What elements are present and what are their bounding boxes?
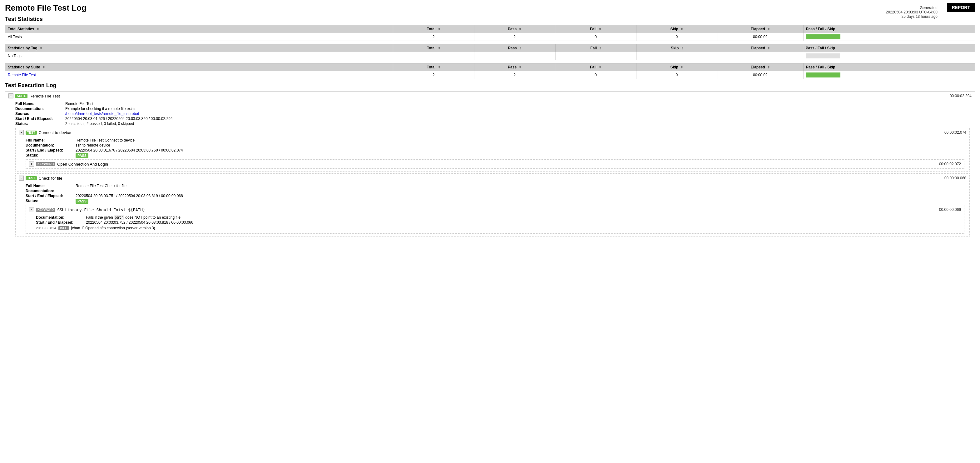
generated-ago: 25 days 13 hours ago xyxy=(886,14,937,19)
info-value: Remote File Test.Check for file xyxy=(76,184,126,188)
info-label: Source: xyxy=(15,111,65,116)
tag-stats-col-fail[interactable]: Fail ⇕ xyxy=(555,45,636,52)
tag-stats-col-name[interactable]: Statistics by Tag ⇕ xyxy=(5,45,393,52)
suite-header[interactable]: -SUITERemote File Test00:00:02.294 xyxy=(5,92,975,100)
info-label: Documentation: xyxy=(25,189,76,193)
stat-row-name: All Tests xyxy=(5,33,393,41)
stat-row-bar xyxy=(803,71,975,79)
total-stats-col-elapsed[interactable]: Elapsed ⇕ xyxy=(718,25,803,33)
stat-row-name[interactable]: Remote File Test xyxy=(5,71,393,79)
keyword-name: Open Connection And Login xyxy=(57,162,108,167)
stat-row-skip xyxy=(636,52,718,60)
info-value: 2 tests total, 2 passed, 0 failed, 0 ski… xyxy=(65,121,134,126)
info-label: Status: xyxy=(15,121,65,126)
suite-stats-col-name[interactable]: Statistics by Suite ⇕ xyxy=(5,64,393,71)
sort-icon[interactable]: ⇕ xyxy=(43,65,45,69)
test-name: Check for file xyxy=(39,176,62,181)
info-label: Full Name: xyxy=(15,102,65,106)
toggle-button[interactable]: - xyxy=(19,130,24,135)
suite-stats-col-pass[interactable]: Pass ⇕ xyxy=(474,64,555,71)
status-value: PASS xyxy=(76,199,90,204)
suite-stats-col-elapsed[interactable]: Elapsed ⇕ xyxy=(718,64,803,71)
info-label: Start / End / Elapsed: xyxy=(25,194,76,198)
suite-badge: SUITE xyxy=(15,94,27,98)
stat-row-fail xyxy=(555,52,636,60)
status-label: Status: xyxy=(25,153,76,158)
keyword-header[interactable]: +KEYWORDOpen Connection And Login00:00:0… xyxy=(26,160,964,169)
total-stats-col-pass[interactable]: Pass ⇕ xyxy=(474,25,555,33)
toggle-button[interactable]: - xyxy=(8,94,13,99)
info-label: Documentation: xyxy=(15,107,65,111)
header-meta: Generated 20220504 20:03:03 UTC-04:00 25… xyxy=(886,6,937,19)
test-block: -TESTCheck for file00:00:00.068Full Name… xyxy=(15,173,970,237)
stat-row-pass: 2 xyxy=(474,71,555,79)
sort-icon[interactable]: ⇕ xyxy=(37,27,39,31)
test-badge: TEST xyxy=(25,130,37,135)
suite-stats-col-bar: Pass / Fail / Skip xyxy=(803,64,975,71)
info-row: Documentation:ssh to remote device xyxy=(25,143,964,148)
pass-badge: PASS xyxy=(76,199,88,204)
tag-stats-col-elapsed[interactable]: Elapsed ⇕ xyxy=(718,45,803,52)
test-header[interactable]: -TESTConnect to device00:00:02.074 xyxy=(16,128,969,137)
suite-stats-col-total[interactable]: Total ⇕ xyxy=(393,64,474,71)
keyword-name: SSHLibrary.File Should Exist ${PATH} xyxy=(57,207,145,212)
test-header[interactable]: -TESTCheck for file00:00:00.068 xyxy=(16,174,969,183)
tag-stats-col-skip[interactable]: Skip ⇕ xyxy=(636,45,718,52)
total-stats-col-skip[interactable]: Skip ⇕ xyxy=(636,25,718,33)
total-stats-col-fail[interactable]: Fail ⇕ xyxy=(555,25,636,33)
info-label: Start / End / Elapsed: xyxy=(36,220,86,224)
info-row: Status:2 tests total, 2 passed, 0 failed… xyxy=(15,121,970,126)
info-row: Source:/home/dre/robot_tests/remote_file… xyxy=(15,111,970,116)
stat-row-bar xyxy=(803,33,975,41)
keyword-elapsed: 00:00:00.066 xyxy=(939,207,961,212)
info-row: Start / End / Elapsed:20220504 20:03:01.… xyxy=(15,116,970,121)
status-row: Status:PASS xyxy=(25,199,964,204)
toggle-button[interactable]: - xyxy=(29,207,34,212)
stat-row-elapsed: 00:00:02 xyxy=(718,33,803,41)
info-row: Start / End / Elapsed:20220504 20:03:03.… xyxy=(36,220,959,224)
keyword-header[interactable]: -KEYWORDSSHLibrary.File Should Exist ${P… xyxy=(26,205,964,214)
toggle-button[interactable]: - xyxy=(19,176,24,181)
stat-row-name: No Tags xyxy=(5,52,393,60)
total-stats-col-name[interactable]: Total Statistics ⇕ xyxy=(5,25,393,33)
status-row: Status:PASS xyxy=(25,153,964,158)
info-value: 20220504 20:03:01.676 / 20220504 20:03:0… xyxy=(76,148,183,153)
log-level: INFO xyxy=(59,226,69,230)
stat-row-elapsed xyxy=(718,52,803,60)
test-statistics-heading: Test Statistics xyxy=(5,16,975,22)
info-value: 20220504 20:03:03.752 / 20220504 20:03:0… xyxy=(86,220,193,224)
test-name: Connect to device xyxy=(39,130,71,135)
tag-stats-col-pass[interactable]: Pass ⇕ xyxy=(474,45,555,52)
log-message: [chan 1] Opened sftp connection (server … xyxy=(71,226,155,230)
status-label: Status: xyxy=(25,199,76,204)
info-label: Full Name: xyxy=(25,184,76,188)
info-label: Start / End / Elapsed: xyxy=(15,116,65,121)
toggle-button[interactable]: + xyxy=(29,162,34,167)
info-row: Documentation: xyxy=(25,189,964,193)
stat-row-fail: 0 xyxy=(555,71,636,79)
suite-body: Full Name:Remote File TestDocumentation:… xyxy=(5,100,975,239)
info-row: Full Name:Remote File Test.Check for fil… xyxy=(25,184,964,188)
total-stats-col-total[interactable]: Total ⇕ xyxy=(393,25,474,33)
test-badge: TEST xyxy=(25,176,37,180)
suite-block: -SUITERemote File Test00:00:02.294Full N… xyxy=(5,91,975,239)
generated-label: Generated xyxy=(886,6,937,10)
stat-row-bar xyxy=(803,52,975,60)
suite-stats-col-fail[interactable]: Fail ⇕ xyxy=(555,64,636,71)
test-elapsed: 00:00:02.074 xyxy=(944,130,966,135)
suite-stats-col-skip[interactable]: Skip ⇕ xyxy=(636,64,718,71)
info-value[interactable]: /home/dre/robot_tests/remote_file_test.r… xyxy=(65,111,139,116)
exec-log: -SUITERemote File Test00:00:02.294Full N… xyxy=(5,91,975,239)
table-row: All Tests220000:00:02 xyxy=(5,33,975,41)
sort-icon[interactable]: ⇕ xyxy=(40,46,42,50)
info-value: Example for checking if a remote file ex… xyxy=(65,107,136,111)
info-row: Start / End / Elapsed:20220504 20:03:01.… xyxy=(25,148,964,153)
info-value: ssh to remote device xyxy=(76,143,110,148)
total-stats-col-bar: Pass / Fail / Skip xyxy=(803,25,975,33)
tag-stats-col-total[interactable]: Total ⇕ xyxy=(393,45,474,52)
info-row: Full Name:Remote File Test.Connect to de… xyxy=(25,138,964,142)
report-badge[interactable]: REPORT xyxy=(947,3,975,12)
kw-doc-label: Documentation: xyxy=(36,215,86,220)
keyword-block: +KEYWORDOpen Connection And Login00:00:0… xyxy=(25,159,964,169)
keyword-badge: KEYWORD xyxy=(36,208,55,212)
